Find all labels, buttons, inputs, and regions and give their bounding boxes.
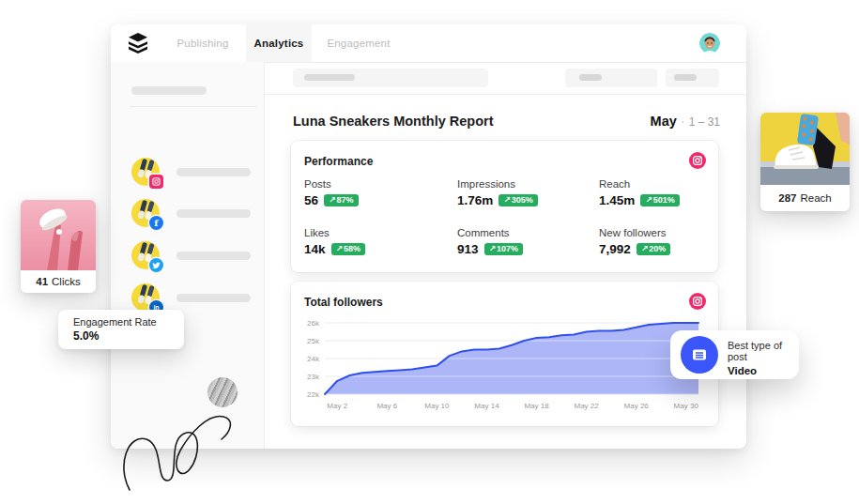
profile-photo: f — [131, 199, 160, 227]
best-post-card: Best type of post Video — [670, 330, 799, 379]
svg-text:24k: 24k — [307, 355, 320, 363]
profile-name-skeleton — [176, 252, 251, 260]
stat-reach: Reach 1.45m ↗501% — [599, 178, 705, 207]
trend-badge: ↗501% — [640, 194, 680, 207]
trend-badge: ↗87% — [324, 194, 359, 207]
trend-up-icon: ↗ — [336, 245, 344, 254]
engagement-rate-label: Engagement Rate — [73, 316, 184, 328]
profile-name-skeleton — [176, 209, 251, 218]
trend-up-icon: ↗ — [489, 245, 497, 254]
main-toolbar — [264, 62, 746, 95]
total-followers-card: Total followers 22k23k24k25k26kMay 2May … — [291, 282, 718, 426]
svg-text:May 6: May 6 — [376, 402, 397, 410]
trend-badge: ↗107% — [484, 243, 524, 256]
best-post-value: Video — [728, 365, 799, 376]
facebook-icon: f — [149, 216, 163, 230]
reach-photo — [760, 113, 850, 185]
twitter-icon — [149, 258, 163, 272]
profile-photo — [131, 241, 160, 269]
days-label: 1 – 31 — [689, 115, 720, 129]
instagram-icon — [149, 175, 163, 189]
post-type-icon — [681, 336, 718, 374]
clicks-label: 41Clicks — [21, 270, 96, 293]
date-range[interactable]: May·1 – 31 — [651, 114, 720, 129]
svg-text:26k: 26k — [307, 319, 320, 328]
sidebar-item-linkedin-profile[interactable]: in — [131, 283, 256, 312]
sidebar-divider — [130, 106, 256, 107]
performance-card: Performance Posts 56 ↗87% Impressions 1.… — [291, 141, 718, 272]
sidebar: f in — [111, 62, 265, 449]
sidebar-item-instagram-profile[interactable] — [131, 158, 256, 186]
reach-overlay-card: 287Reach — [760, 113, 850, 211]
buffer-logo-icon — [129, 33, 147, 53]
svg-text:May 26: May 26 — [624, 402, 650, 410]
squiggle-doodle — [113, 392, 282, 497]
stat-comments: Comments 913 ↗107% — [457, 227, 599, 256]
svg-text:May 2: May 2 — [327, 402, 347, 410]
stat-likes: Likes 14k ↗58% — [304, 227, 457, 256]
sidebar-item-facebook-profile[interactable]: f — [131, 199, 256, 227]
app-window: Publishing Analytics Engagement — [111, 24, 746, 449]
month-label: May — [651, 114, 677, 129]
sidebar-header-skeleton — [131, 86, 207, 95]
trend-up-icon: ↗ — [641, 245, 649, 254]
profile-photo: in — [131, 283, 160, 312]
tab-analytics[interactable]: Analytics — [246, 24, 312, 62]
toolbar-button-2[interactable] — [666, 69, 719, 87]
clicks-photo — [21, 200, 96, 270]
clicks-overlay-card: 41Clicks — [21, 200, 96, 293]
trend-up-icon: ↗ — [329, 196, 336, 206]
svg-text:25k: 25k — [307, 337, 320, 345]
tab-publishing[interactable]: Publishing — [156, 24, 250, 62]
trend-badge: ↗20% — [637, 243, 671, 256]
svg-text:May 30: May 30 — [674, 402, 699, 410]
profile-name-skeleton — [176, 168, 251, 176]
stat-posts: Posts 56 ↗87% — [304, 178, 457, 207]
performance-card-title: Performance — [304, 155, 373, 168]
svg-text:May 22: May 22 — [574, 402, 599, 410]
trend-badge: ↗305% — [499, 194, 538, 207]
trend-up-icon: ↗ — [503, 196, 511, 206]
svg-text:23k: 23k — [307, 373, 320, 381]
topbar: Publishing Analytics Engagement — [111, 24, 746, 63]
stat-new-followers: New followers 7,992 ↗20% — [599, 227, 705, 256]
svg-text:May 14: May 14 — [474, 402, 499, 410]
engagement-rate-value: 5.0% — [73, 329, 184, 343]
stat-impressions: Impressions 1.76m ↗305% — [457, 178, 599, 207]
profile-name-skeleton — [176, 294, 251, 302]
instagram-icon — [689, 152, 706, 169]
user-avatar[interactable] — [699, 33, 720, 53]
performance-stats-grid: Posts 56 ↗87% Impressions 1.76m ↗305% Re… — [304, 178, 705, 256]
toolbar-button-1[interactable] — [565, 69, 657, 87]
report-header: Luna Sneakers Monthly Report May·1 – 31 — [293, 113, 720, 131]
svg-text:May 18: May 18 — [524, 402, 549, 410]
instagram-icon — [689, 293, 706, 310]
svg-text:22k: 22k — [307, 390, 320, 399]
tab-engagement[interactable]: Engagement — [312, 24, 406, 62]
followers-chart: 22k23k24k25k26kMay 2May 6May 10May 14May… — [295, 312, 708, 420]
svg-text:May 10: May 10 — [424, 402, 450, 410]
trend-badge: ↗58% — [331, 243, 366, 256]
engagement-rate-card: Engagement Rate 5.0% — [58, 310, 184, 349]
page-title: Luna Sneakers Monthly Report — [293, 114, 494, 129]
best-post-label: Best type of post — [728, 340, 799, 362]
followers-card-title: Total followers — [304, 296, 383, 309]
sidebar-item-twitter-profile[interactable] — [131, 241, 256, 269]
reach-label: 287Reach — [760, 185, 850, 211]
profile-photo — [131, 158, 160, 186]
trend-up-icon: ↗ — [645, 196, 652, 206]
search-placeholder[interactable] — [293, 69, 488, 87]
